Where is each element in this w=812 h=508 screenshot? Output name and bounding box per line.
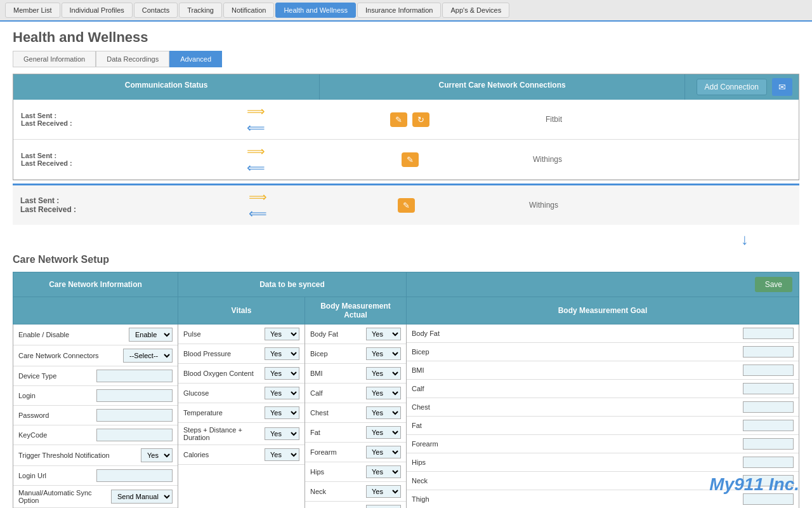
field-sync-option: Manual/Automatic Sync Option Send Manual… <box>13 486 178 508</box>
vital-select-3[interactable]: YesNo <box>265 387 299 399</box>
bma-select-9[interactable]: YesNo <box>366 505 401 508</box>
vital-label-0: Pulse <box>183 330 265 338</box>
bma-row-7: Hips YesNo <box>305 462 406 482</box>
comm-header-left: Communication Status Current Care Networ… <box>13 74 684 100</box>
divider-last-received: Last Received : <box>20 205 76 214</box>
vitals-col: Pulse YesNo Blood Pressure YesNo Blood O… <box>178 324 305 509</box>
bmg-row-4: Chest <box>407 398 799 417</box>
bmg-label-2: BMI <box>412 366 743 374</box>
arrow-right-icon: ⟹ <box>247 104 265 119</box>
bmg-label-3: Calf <box>412 385 743 392</box>
bma-list: Body Fat YesNo Bicep YesNo BMI YesNo Cal… <box>305 324 406 508</box>
vital-label-4: Temperature <box>183 409 265 417</box>
bma-select-0[interactable]: YesNo <box>366 328 401 340</box>
divider-last-sent: Last Sent : <box>20 196 59 205</box>
bma-row-4: Chest YesNo <box>305 403 406 423</box>
divider-edit-button[interactable]: ✎ <box>398 198 415 213</box>
bma-row-8: Neck YesNo <box>305 482 406 502</box>
keycode-input[interactable] <box>96 429 173 441</box>
trigger-select[interactable]: YesNo <box>141 448 173 462</box>
bmg-input-4[interactable] <box>743 401 794 413</box>
bma-col: Body Fat YesNo Bicep YesNo BMI YesNo Cal… <box>305 324 407 509</box>
comm-table-header: Communication Status Current Care Networ… <box>13 74 799 100</box>
field-connectors: Care Network Connectors --Select-- <box>13 345 178 366</box>
add-connection-button[interactable]: Add Connection <box>697 79 767 95</box>
connection-row-fitbit: Last Sent : Last Received : ⟹ ⟸ ✎ ↻ Fitb… <box>13 100 799 140</box>
device-type-input[interactable] <box>96 370 173 382</box>
withings-edit-button[interactable]: ✎ <box>402 152 419 167</box>
bmg-input-5[interactable] <box>743 420 794 431</box>
bma-select-3[interactable]: YesNo <box>366 387 401 399</box>
comm-status-header: Communication Status <box>13 74 320 100</box>
nav-tracking[interactable]: Tracking <box>179 3 222 18</box>
vital-row-2: Blood Oxygen Content YesNo <box>178 364 304 384</box>
divider-label-col: Last Sent : Last Received : <box>20 196 147 214</box>
comm-header-right: Add Connection ✉ <box>684 74 799 100</box>
tab-advanced[interactable]: Advanced <box>169 51 222 67</box>
bma-select-4[interactable]: YesNo <box>366 406 401 419</box>
field-enable-disable: Enable / Disable EnableDisable <box>13 324 178 345</box>
bma-select-8[interactable]: YesNo <box>366 485 401 498</box>
password-input[interactable] <box>96 409 173 422</box>
nav-member-list[interactable]: Member List <box>5 3 60 18</box>
enable-disable-select[interactable]: EnableDisable <box>129 328 173 342</box>
connectors-select[interactable]: --Select-- <box>123 349 173 363</box>
login-input[interactable] <box>96 389 173 402</box>
bma-label-6: Forearm <box>310 448 366 456</box>
field-login-url-label: Login Url <box>18 472 96 479</box>
setup-header-col2: Data to be synced <box>178 272 407 297</box>
nav-health-wellness[interactable]: Health and Wellness <box>275 3 356 18</box>
field-login-label: Login <box>18 392 96 399</box>
vital-label-5: Steps + Distance + Duration <box>183 426 265 441</box>
nav-contacts[interactable]: Contacts <box>134 3 178 18</box>
bmg-input-2[interactable] <box>743 364 794 376</box>
bmg-input-3[interactable] <box>743 383 794 394</box>
bmg-row-0: Body Fat <box>407 324 799 343</box>
bma-label-8: Neck <box>310 488 366 495</box>
bmg-input-6[interactable] <box>743 438 794 450</box>
bmg-input-1[interactable] <box>743 346 794 358</box>
bma-label-2: BMI <box>310 370 366 377</box>
nav-individual-profiles[interactable]: Individual Profiles <box>62 3 133 18</box>
bmg-row-7: Hips <box>407 453 799 472</box>
bmg-label-8: Neck <box>412 477 743 485</box>
vital-select-1[interactable]: YesNo <box>265 347 299 360</box>
field-trigger-threshold: Trigger Threshold Notification YesNo <box>13 445 178 466</box>
vital-select-2[interactable]: YesNo <box>265 367 299 380</box>
divider-arrow-left-icon: ⟸ <box>249 206 267 221</box>
vital-select-5[interactable]: YesNo <box>265 427 299 440</box>
vital-row-4: Temperature YesNo <box>178 403 304 423</box>
vital-select-6[interactable]: YesNo <box>265 448 299 461</box>
vital-select-4[interactable]: YesNo <box>265 406 299 419</box>
login-url-input[interactable] <box>96 469 173 482</box>
bma-select-6[interactable]: YesNo <box>366 446 401 458</box>
bmg-label-0: Body Fat <box>412 330 743 337</box>
nav-insurance[interactable]: Insurance Information <box>357 3 441 18</box>
bma-row-6: Forearm YesNo <box>305 443 406 462</box>
withings-icon-col: ✎ <box>372 147 448 172</box>
field-sync-label: Manual/Automatic Sync Option <box>18 489 111 504</box>
bmg-input-7[interactable] <box>743 457 794 468</box>
care-network-title: Care Network Setup <box>13 254 799 265</box>
save-button[interactable]: Save <box>755 277 792 292</box>
nav-apps-devices[interactable]: App's & Devices <box>442 3 509 18</box>
bmg-label-1: Bicep <box>412 348 743 356</box>
bma-select-2[interactable]: YesNo <box>366 367 401 380</box>
nav-notification[interactable]: Notification <box>223 3 274 18</box>
bma-select-7[interactable]: YesNo <box>366 465 401 478</box>
fitbit-refresh-button[interactable]: ↻ <box>412 112 429 127</box>
bma-select-1[interactable]: YesNo <box>366 347 401 360</box>
mail-button[interactable]: ✉ <box>772 78 792 96</box>
sub-header-bma: Body Measurement Actual <box>305 297 407 324</box>
tab-general-information[interactable]: General Information <box>13 51 96 67</box>
bmg-input-0[interactable] <box>743 328 794 339</box>
main-content: Communication Status Current Care Networ… <box>0 74 812 508</box>
fitbit-edit-button[interactable]: ✎ <box>390 112 407 127</box>
sync-select[interactable]: Send ManualAutomatic <box>111 490 173 504</box>
bma-label-0: Body Fat <box>310 330 366 338</box>
comm-network-header: Current Care Network Connections <box>320 74 684 100</box>
bma-select-5[interactable]: YesNo <box>366 426 401 439</box>
tab-data-recordings[interactable]: Data Recordings <box>96 51 169 67</box>
bmg-row-1: Bicep <box>407 343 799 361</box>
vital-select-0[interactable]: YesNo <box>265 328 299 340</box>
